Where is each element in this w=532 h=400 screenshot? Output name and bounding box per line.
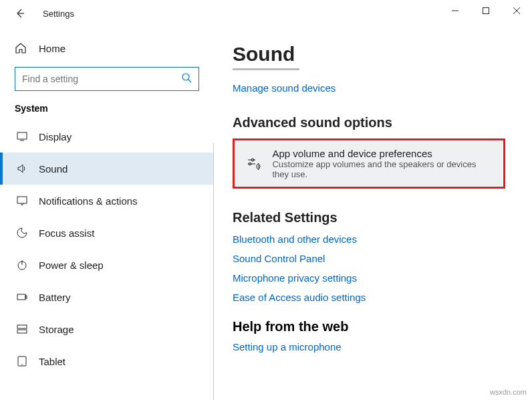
svg-point-16: [21, 364, 23, 365]
search-input-container[interactable]: [15, 67, 199, 91]
focus-icon: [15, 227, 29, 239]
pref-subtitle: Customize app volumes and the speakers o…: [272, 159, 493, 179]
related-link[interactable]: Ease of Access audio settings: [233, 292, 505, 303]
sidebar: Home System Display Sound Notifications …: [0, 27, 214, 400]
nav-focus-assist[interactable]: Focus assist: [0, 217, 214, 249]
svg-rect-6: [17, 132, 27, 139]
nav-label: Focus assist: [39, 227, 94, 239]
nav-label: Storage: [39, 324, 74, 335]
watermark: wsxdn.com: [490, 388, 527, 396]
nav-label: Display: [39, 131, 72, 142]
nav-notifications[interactable]: Notifications & actions: [0, 185, 214, 217]
back-button[interactable]: [12, 5, 28, 21]
power-icon: [15, 259, 29, 271]
content-pane: Sound Manage sound devices Advanced soun…: [214, 27, 532, 400]
svg-rect-1: [483, 8, 489, 14]
svg-rect-11: [17, 294, 25, 300]
sliders-icon: [245, 156, 263, 172]
home-label: Home: [39, 43, 65, 54]
nav-label: Battery: [39, 292, 71, 303]
related-link[interactable]: Bluetooth and other devices: [233, 233, 505, 245]
svg-rect-14: [17, 330, 27, 333]
nav-display[interactable]: Display: [0, 120, 214, 153]
window-title: Settings: [43, 9, 74, 19]
advanced-header: Advanced sound options: [233, 115, 505, 130]
title-underline: [233, 68, 299, 70]
divider: [213, 143, 214, 400]
nav-storage[interactable]: Storage: [0, 313, 214, 345]
page-title: Sound: [233, 43, 505, 66]
svg-rect-8: [17, 197, 27, 203]
sound-icon: [15, 163, 29, 175]
home-nav[interactable]: Home: [0, 36, 214, 60]
search-icon: [181, 72, 192, 86]
svg-rect-12: [25, 296, 27, 298]
minimize-button[interactable]: [440, 0, 471, 21]
manage-devices-link[interactable]: Manage sound devices: [233, 82, 505, 94]
display-icon: [15, 130, 29, 142]
system-header: System: [0, 91, 214, 120]
nav-label: Tablet: [39, 356, 65, 367]
notifications-icon: [15, 195, 29, 207]
home-icon: [15, 42, 29, 54]
pref-title: App volume and device preferences: [272, 148, 493, 159]
storage-icon: [15, 323, 29, 335]
nav-tablet[interactable]: Tablet: [0, 345, 214, 377]
nav-label: Sound: [39, 163, 68, 175]
nav-sound[interactable]: Sound: [0, 153, 214, 185]
related-header: Related Settings: [233, 210, 505, 225]
battery-icon: [15, 291, 29, 303]
tablet-icon: [15, 355, 29, 367]
close-button[interactable]: [501, 0, 532, 21]
app-volume-preferences[interactable]: App volume and device preferences Custom…: [235, 141, 503, 186]
nav-power-sleep[interactable]: Power & sleep: [0, 249, 214, 281]
maximize-button[interactable]: [471, 0, 501, 21]
svg-rect-13: [17, 325, 27, 328]
svg-line-5: [188, 80, 191, 82]
highlight-box: App volume and device preferences Custom…: [233, 138, 505, 189]
help-header: Help from the web: [233, 319, 505, 334]
nav-battery[interactable]: Battery: [0, 281, 214, 313]
related-link[interactable]: Microphone privacy settings: [233, 272, 505, 284]
nav-label: Notifications & actions: [39, 195, 138, 207]
search-input[interactable]: [22, 74, 181, 84]
nav-label: Power & sleep: [39, 260, 104, 271]
related-link[interactable]: Sound Control Panel: [233, 253, 505, 264]
help-link[interactable]: Setting up a microphone: [233, 341, 505, 353]
svg-point-4: [182, 74, 189, 80]
